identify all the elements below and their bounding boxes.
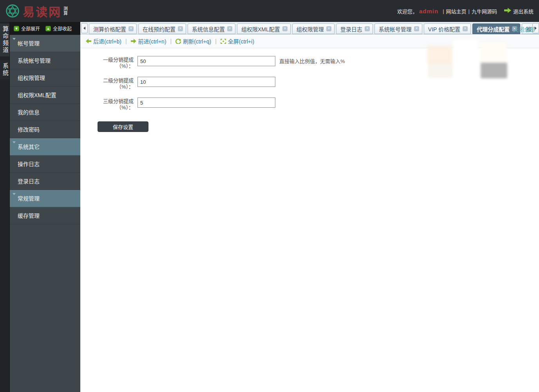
tab-close-icon[interactable]: [463, 26, 468, 31]
agent-commission-form: 一级分销提成 （%）： 直接输入比例值，无需输入% 二级分销提成 （%）： 三级…: [80, 48, 539, 132]
form-row-level1: 一级分销提成 （%）： 直接输入比例值，无需输入%: [98, 56, 539, 69]
tab-bar: 测算价格配置 在线预约配置 系统信息配置 组权限XML配置 组权限管理 登录日志…: [80, 22, 539, 34]
tab-label: 系统信息配置: [192, 25, 225, 33]
channel-tab-suanming[interactable]: 算命频道: [0, 23, 9, 56]
tab-close-icon[interactable]: [326, 26, 331, 31]
close-all-tabs-button[interactable]: 关闭全部: [513, 25, 535, 33]
header-right: 欢迎您， admin | 网站主页 | 九牛网源码 退出系统: [397, 7, 534, 15]
collapse-all-label: 全部收起: [53, 25, 72, 32]
label-line2: （%）：: [98, 84, 134, 90]
sidebar-item-cache[interactable]: 缓存管理: [10, 207, 80, 224]
tab-label: VIP 价格配置: [428, 25, 460, 33]
forward-button[interactable]: 前进(ctrl+n): [131, 37, 166, 45]
sidebar-topbar: ▼ 全部展开 ▲ 全部收起: [10, 22, 80, 35]
form-row-level2: 二级分销提成 （%）：: [98, 77, 539, 90]
tab-close-icon[interactable]: [365, 26, 370, 31]
save-settings-button[interactable]: 保存设置: [98, 121, 148, 132]
left-arrow-icon: [83, 27, 85, 30]
form-row-level3: 三级分销提成 （%）：: [98, 98, 539, 111]
forward-label: 前进(ctrl+n): [138, 37, 166, 45]
forward-arrow-icon: [131, 39, 136, 43]
label-line2: （%）：: [98, 63, 134, 69]
tab[interactable]: 登录日志: [336, 23, 373, 34]
sidebar-item-group-permissions-xml[interactable]: 组权限XML配置: [10, 87, 80, 104]
tab-label: 代理分成配置: [477, 25, 510, 33]
separator: |: [215, 38, 217, 44]
site-subtitle: 测算: [63, 6, 69, 16]
tab[interactable]: 组权限管理: [292, 23, 335, 34]
logo: 易读网 测算: [5, 2, 69, 20]
sidebar-item-operation-log[interactable]: 操作日志: [10, 155, 80, 173]
content-area: 测算价格配置 在线预约配置 系统信息配置 组权限XML配置 组权限管理 登录日志…: [80, 22, 539, 392]
separator: |: [125, 38, 127, 44]
tab-label: 系统帐号管理: [379, 25, 412, 33]
label-line1: 一级分销提成: [98, 57, 134, 63]
label-line2: （%）：: [98, 105, 134, 111]
tab-label: 组权限XML配置: [241, 25, 280, 33]
welcome-text: 欢迎您，: [397, 7, 418, 15]
separator: |: [443, 8, 444, 14]
logout-button[interactable]: 退出系统: [513, 7, 534, 15]
tab-label: 测算价格配置: [93, 25, 126, 33]
level3-label: 三级分销提成 （%）：: [98, 98, 134, 111]
collapse-all-button[interactable]: ▲ 全部收起: [45, 25, 72, 32]
logout-arrow-icon: [504, 8, 511, 14]
username: admin: [419, 8, 438, 14]
fullscreen-button[interactable]: 全屏(ctrl+i): [221, 37, 254, 45]
separator: |: [170, 38, 172, 44]
fullscreen-label: 全屏(ctrl+i): [228, 37, 254, 45]
tab-close-icon[interactable]: [282, 26, 288, 31]
tab[interactable]: 组权限XML配置: [237, 23, 291, 34]
tab-label: 组权限管理: [297, 25, 324, 33]
tab-scroll-left-button[interactable]: [81, 23, 88, 33]
refresh-button[interactable]: 刷新(ctrl+q): [175, 37, 211, 45]
sidebar-item-group-permissions[interactable]: 组权限管理: [10, 69, 80, 87]
tab[interactable]: 系统帐号管理: [374, 23, 422, 34]
tab-label: 在线预约配置: [143, 25, 175, 33]
page-toolbar: 后退(ctrl+b) | 前进(ctrl+n) | 刷新(ctrl+q) | 全…: [80, 34, 539, 48]
sidebar-item-my-info[interactable]: 我的信息: [10, 104, 80, 121]
level2-label: 二级分销提成 （%）：: [98, 77, 134, 90]
tab[interactable]: VIP 价格配置: [424, 23, 471, 34]
refresh-label: 刷新(ctrl+q): [183, 37, 211, 45]
fullscreen-icon: [221, 39, 226, 44]
site-title: 易读网: [23, 2, 61, 20]
sidebar-item-system-accounts[interactable]: 系统帐号管理: [10, 52, 80, 69]
tab[interactable]: 测算价格配置: [89, 23, 137, 34]
expand-all-label: 全部展开: [21, 25, 40, 32]
tab-close-icon[interactable]: [128, 26, 134, 31]
sidebar-group-system-other[interactable]: 系统其它: [10, 138, 80, 155]
input-hint: 直接输入比例值，无需输入%: [279, 56, 345, 67]
source-link[interactable]: 九牛网源码: [472, 7, 497, 15]
sidebar-group-general[interactable]: 常规管理: [10, 190, 80, 207]
home-link[interactable]: 网站主页: [446, 7, 467, 15]
sidebar-item-login-log[interactable]: 登录日志: [10, 173, 80, 190]
admin-app: 易读网 测算 欢迎您， admin | 网站主页 | 九牛网源码 退出系统 算命…: [0, 0, 539, 392]
level2-commission-input[interactable]: [137, 77, 275, 87]
tab[interactable]: 系统信息配置: [188, 23, 235, 34]
separator: |: [468, 8, 470, 14]
channel-strip: 算命频道 系统: [0, 22, 9, 392]
tab-close-icon[interactable]: [227, 26, 232, 31]
label-line1: 二级分销提成: [98, 78, 134, 84]
channel-tab-system[interactable]: 系统: [0, 60, 9, 79]
sidebar: ▼ 全部展开 ▲ 全部收起 帐号管理 系统帐号管理 组权限管理 组权限XML配置…: [9, 22, 80, 392]
expand-all-button[interactable]: ▼ 全部展开: [14, 25, 40, 32]
level1-label: 一级分销提成 （%）：: [98, 56, 134, 69]
header: 易读网 测算 欢迎您， admin | 网站主页 | 九牛网源码 退出系统: [0, 0, 539, 22]
expand-all-icon: ▼: [14, 26, 19, 31]
level1-commission-input[interactable]: [137, 56, 275, 66]
label-line1: 三级分销提成: [98, 98, 134, 105]
tab-label: 登录日志: [340, 25, 362, 33]
hexagram-logo-icon: [5, 4, 20, 18]
tab-close-icon[interactable]: [178, 26, 183, 31]
tab[interactable]: 在线预约配置: [138, 23, 186, 34]
back-arrow-icon: [86, 39, 91, 43]
sidebar-item-change-password[interactable]: 修改密码: [10, 121, 80, 138]
back-button[interactable]: 后退(ctrl+b): [86, 37, 121, 45]
sidebar-group-account[interactable]: 帐号管理: [10, 35, 80, 52]
tab-close-icon[interactable]: [414, 26, 419, 31]
back-label: 后退(ctrl+b): [93, 37, 121, 45]
collapse-all-icon: ▲: [45, 26, 51, 31]
level3-commission-input[interactable]: [137, 98, 275, 108]
